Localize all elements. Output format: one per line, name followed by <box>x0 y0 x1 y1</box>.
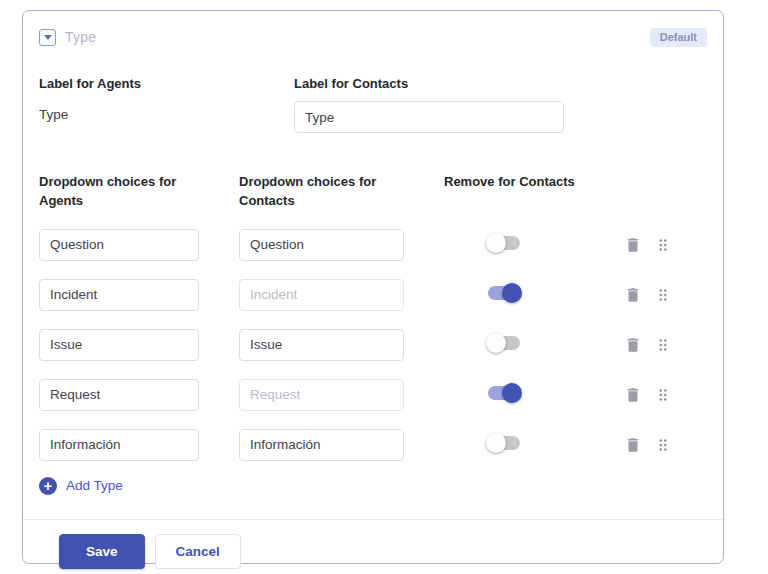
plus-icon: + <box>39 477 57 495</box>
row-icons <box>624 436 694 454</box>
trash-icon <box>624 286 642 304</box>
remove-for-contacts-toggle[interactable] <box>488 386 520 400</box>
labels-row: Label for Agents Type Label for Contacts <box>39 75 707 133</box>
agent-choice-input[interactable] <box>39 279 199 311</box>
trash-icon <box>624 436 642 454</box>
label-for-contacts-heading: Label for Contacts <box>294 75 564 93</box>
choices-grid: Dropdown choices for Agents Dropdown cho… <box>39 173 707 461</box>
remove-for-contacts-heading: Remove for Contacts <box>444 173 584 192</box>
cancel-button[interactable]: Cancel <box>155 534 241 570</box>
toggle-knob <box>502 283 522 303</box>
agent-choice-input[interactable] <box>39 429 199 461</box>
label-for-agents-heading: Label for Agents <box>39 75 294 93</box>
toggle-knob <box>486 433 506 453</box>
caret-down-icon <box>44 35 52 40</box>
field-settings-card: Type Default Label for Agents Type Label… <box>22 10 724 564</box>
card-header-left: Type <box>39 29 96 46</box>
row-icons <box>624 286 694 304</box>
toggle-knob <box>486 233 506 253</box>
trash-icon <box>624 386 642 404</box>
contacts-choices-heading: Dropdown choices for Contacts <box>239 173 404 211</box>
remove-for-contacts-toggle[interactable] <box>488 336 520 350</box>
remove-for-contacts-toggle[interactable] <box>488 436 520 450</box>
drag-handle-icon[interactable] <box>654 336 672 354</box>
dropdown-field-type-icon[interactable] <box>39 29 56 46</box>
add-type-label: Add Type <box>66 478 123 493</box>
footer-actions: Save Cancel <box>39 520 707 570</box>
toggle-knob <box>486 333 506 353</box>
toggle-knob <box>502 383 522 403</box>
delete-choice-button[interactable] <box>624 336 642 354</box>
add-type-button[interactable]: + Add Type <box>39 477 123 495</box>
trash-icon <box>624 236 642 254</box>
toggle-cell <box>444 336 584 354</box>
delete-choice-button[interactable] <box>624 436 642 454</box>
toggle-cell <box>444 286 584 304</box>
contact-choice-input[interactable] <box>239 229 404 261</box>
agent-choice-input[interactable] <box>39 229 199 261</box>
agent-choice-input[interactable] <box>39 329 199 361</box>
card-header: Type Default <box>39 25 707 49</box>
save-button[interactable]: Save <box>59 534 145 570</box>
contact-choice-input[interactable] <box>239 429 404 461</box>
contact-choice-input <box>239 279 404 311</box>
agent-choice-input[interactable] <box>39 379 199 411</box>
row-icons <box>624 236 694 254</box>
toggle-cell <box>444 386 584 404</box>
toggle-cell <box>444 236 584 254</box>
contacts-label-input[interactable] <box>294 101 564 133</box>
drag-handle-icon[interactable] <box>654 436 672 454</box>
contact-choice-input[interactable] <box>239 329 404 361</box>
delete-choice-button[interactable] <box>624 286 642 304</box>
delete-choice-button[interactable] <box>624 386 642 404</box>
drag-handle-icon[interactable] <box>654 286 672 304</box>
drag-handle-icon[interactable] <box>654 236 672 254</box>
label-for-agents-column: Label for Agents Type <box>39 75 294 133</box>
contact-choice-input <box>239 379 404 411</box>
agents-label-value: Type <box>39 107 294 122</box>
row-icons <box>624 386 694 404</box>
delete-choice-button[interactable] <box>624 236 642 254</box>
default-badge: Default <box>650 28 707 47</box>
remove-for-contacts-toggle[interactable] <box>488 236 520 250</box>
trash-icon <box>624 336 642 354</box>
label-for-contacts-column: Label for Contacts <box>294 75 564 133</box>
remove-for-contacts-toggle[interactable] <box>488 286 520 300</box>
row-icons <box>624 336 694 354</box>
toggle-cell <box>444 436 584 454</box>
field-title: Type <box>65 29 96 45</box>
drag-handle-icon[interactable] <box>654 386 672 404</box>
agents-choices-heading: Dropdown choices for Agents <box>39 173 199 211</box>
